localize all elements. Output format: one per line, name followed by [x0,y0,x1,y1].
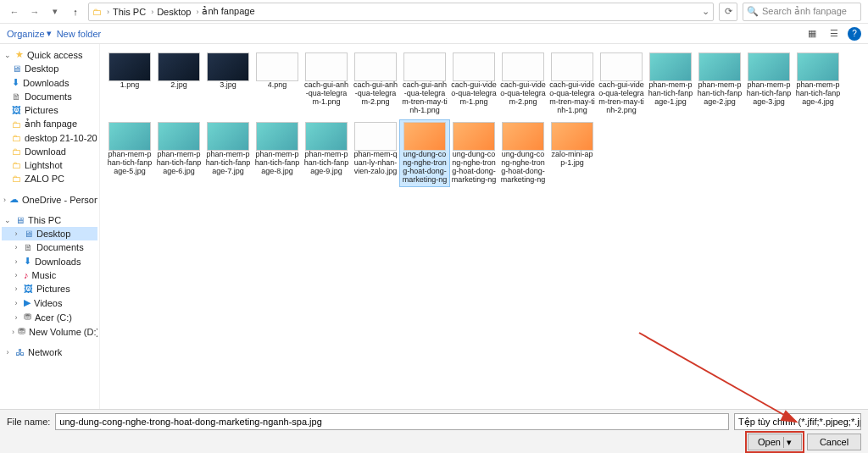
star-icon: ★ [15,49,24,60]
desktop-icon: 🖥 [24,229,33,239]
documents-icon: 🗎 [24,242,33,252]
file-item[interactable]: ung-dung-cong-nghe-trong-hoat-dong-marke… [449,120,498,186]
file-thumbnail [354,122,397,151]
file-item[interactable]: zalo-mini-app-1.jpg [548,120,597,186]
file-name-input[interactable] [55,413,729,430]
file-thumbnail [256,52,298,81]
file-item[interactable]: cach-gui-anh-qua-telegram-2.png [351,51,400,117]
nav-up-button[interactable]: ↑ [68,4,83,19]
sidebar-item-folder[interactable]: 🗀Download [2,145,97,158]
drive-icon: ⛃ [18,326,25,337]
file-item[interactable]: 1.png [105,51,154,117]
sidebar-item-pictures[interactable]: 🖼Pictures [2,103,97,117]
sidebar-item-drive-c[interactable]: ›⛃Acer (C:) [2,310,97,324]
refresh-button[interactable]: ⟳ [719,3,737,21]
file-name-label: 4.png [268,81,287,115]
file-item[interactable]: phan-mem-phan-tich-fanpage-8.jpg [253,120,302,186]
file-name-label: phan-mem-phan-tich-fanpage-4.jpg [795,81,841,115]
search-placeholder: Search ảnh fanpage [762,6,847,17]
address-bar[interactable]: 🗀 ›This PC ›Desktop ›ảnh fanpage ⌄ [88,3,714,21]
file-item[interactable]: 3.jpg [203,51,253,117]
open-button[interactable]: Open▾ [748,434,802,450]
file-item[interactable]: phan-mem-phan-tich-fanpage-2.jpg [695,51,744,117]
sidebar-item-downloads[interactable]: ›⬇Downloads [2,254,97,268]
file-item[interactable]: cach-gui-video-qua-telegram-tren-may-tin… [597,51,646,117]
file-name-label: phan-mem-phan-tich-fanpage-6.jpg [156,151,202,185]
nav-forward-button[interactable]: → [27,4,42,19]
file-item[interactable]: cach-gui-anh-qua-telegram-1.png [302,51,351,117]
file-type-filter[interactable]: Tệp tùy chỉnh (*.jfif;*.pjpeg;*.jp▾ [734,413,861,430]
pc-icon: 🖥 [15,215,25,225]
cloud-icon: ☁ [9,194,19,205]
file-item[interactable]: phan-mem-phan-tich-fanpage-6.jpg [154,120,203,186]
help-button[interactable]: ? [848,27,861,41]
sidebar-onedrive[interactable]: ›☁OneDrive - Personal [2,192,97,207]
file-name-label: ung-dung-cong-nghe-trong-hoat-dong-marke… [402,151,448,185]
file-thumbnail [207,52,249,81]
file-item[interactable]: cach-gui-video-qua-telegram-tren-may-tin… [548,51,597,117]
sidebar-item-folder[interactable]: 🗀ảnh fanpage [2,117,97,131]
file-item[interactable]: 2.jpg [154,51,203,117]
cancel-button[interactable]: Cancel [807,434,861,450]
file-item[interactable]: phan-mem-quan-ly-nhan-vien-zalo.jpg [351,120,400,186]
sidebar-this-pc[interactable]: ⌄🖥This PC [2,213,97,227]
view-large-icons-button[interactable]: ▦ [804,26,821,41]
sidebar-item-pictures[interactable]: ›🖼Pictures [2,282,97,296]
sidebar-item-desktop[interactable]: ›🖥Desktop [2,227,97,240]
sidebar-item-documents[interactable]: 🗎Documents [2,90,97,103]
sidebar-item-downloads[interactable]: ⬇Downloads [2,75,97,90]
file-item[interactable]: 4.png [253,51,302,117]
file-name-label: zalo-mini-app-1.jpg [549,151,595,185]
folder-icon: 🗀 [12,133,21,143]
sidebar-item-folder[interactable]: 🗀Lightshot [2,158,97,172]
nav-recent-dropdown[interactable]: ▾ [47,4,63,19]
file-item[interactable]: ung-dung-cong-nghe-trong-hoat-dong-marke… [498,120,548,186]
file-item[interactable]: phan-mem-phan-tich-fanpage-1.jpg [646,51,695,117]
search-icon: 🔍 [747,6,759,17]
chevron-down-icon: ▾ [783,437,792,448]
search-input[interactable]: 🔍 Search ảnh fanpage [743,3,861,21]
nav-back-button[interactable]: ← [7,4,22,19]
file-item[interactable]: phan-mem-phan-tich-fanpage-7.jpg [203,120,253,186]
chevron-down-icon[interactable]: ⌄ [702,6,709,17]
breadcrumb[interactable]: ảnh fanpage [202,6,254,17]
file-thumbnail [453,52,495,81]
file-grid[interactable]: 1.png2.jpg3.jpg4.pngcach-gui-anh-qua-tel… [100,44,868,409]
file-thumbnail [748,52,790,81]
file-thumbnail [797,52,839,81]
drive-icon: ⛃ [24,312,31,323]
file-item[interactable]: phan-mem-phan-tich-fanpage-5.jpg [105,120,154,186]
file-item[interactable]: phan-mem-phan-tich-fanpage-4.jpg [793,51,843,117]
file-name-label: phan-mem-phan-tich-fanpage-9.jpg [303,151,349,185]
file-thumbnail [108,122,151,151]
sidebar-item-videos[interactable]: ›▶Videos [2,296,97,310]
file-name-label: phan-mem-phan-tich-fanpage-5.jpg [107,151,153,185]
file-item[interactable]: cach-gui-anh-qua-telegram-tren-may-tinh-… [400,51,449,117]
sidebar-quick-access[interactable]: ⌄★Quick access [2,47,97,62]
file-item[interactable]: ung-dung-cong-nghe-trong-hoat-dong-marke… [400,120,449,186]
file-item[interactable]: cach-gui-video-qua-telegram-1.png [449,51,498,117]
new-folder-button[interactable]: New folder [57,29,102,39]
file-name-label: File name: [7,417,50,427]
file-item[interactable]: phan-mem-phan-tich-fanpage-3.jpg [744,51,793,117]
sidebar-item-drive-d[interactable]: ›⛃New Volume (D:) [2,324,97,339]
sidebar-network[interactable]: ›🖧Network [2,345,97,359]
sidebar-item-folder[interactable]: 🗀desktop 21-10-202 [2,131,97,145]
file-item[interactable]: cach-gui-video-qua-telegram-2.png [498,51,548,117]
view-details-button[interactable]: ☰ [826,26,843,41]
sidebar: ⌄★Quick access 🖥Desktop ⬇Downloads 🗎Docu… [0,44,100,409]
file-item[interactable]: phan-mem-phan-tich-fanpage-9.jpg [302,120,351,186]
file-name-label: 3.jpg [220,81,236,115]
sidebar-item-folder[interactable]: 🗀ZALO PC [2,172,97,185]
file-thumbnail [403,52,446,81]
sidebar-item-documents[interactable]: ›🗎Documents [2,240,97,254]
organize-menu[interactable]: Organize ▾ [7,28,52,39]
sidebar-item-music[interactable]: ›♪Music [2,268,97,282]
file-thumbnail [551,122,593,151]
file-name-label: cach-gui-video-qua-telegram-1.png [451,81,497,115]
breadcrumb[interactable]: Desktop [157,7,191,17]
sidebar-item-desktop[interactable]: 🖥Desktop [2,62,97,75]
file-name-label: cach-gui-video-qua-telegram-tren-may-tin… [549,81,595,115]
breadcrumb[interactable]: This PC [113,7,146,17]
pictures-icon: 🖼 [12,105,21,115]
